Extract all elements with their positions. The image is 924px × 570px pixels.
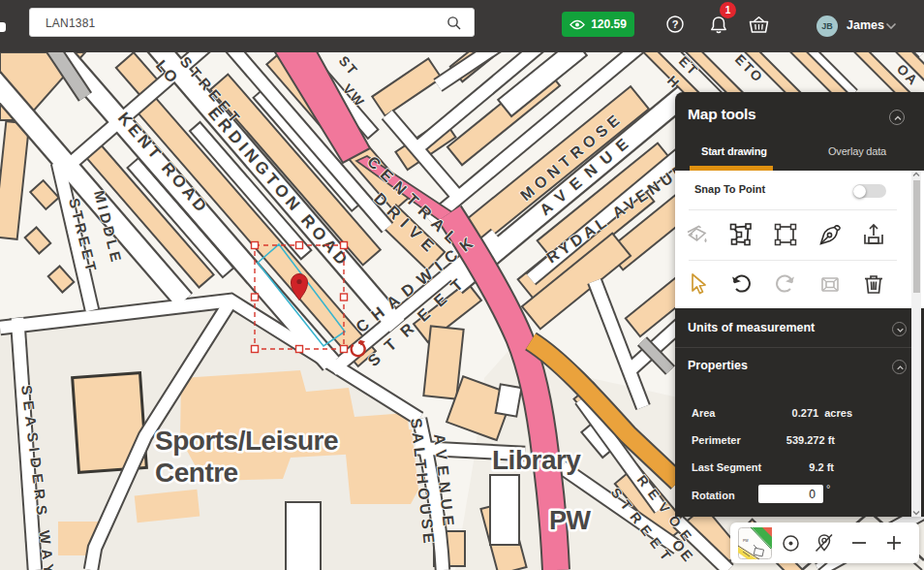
svg-text:PW: PW [549, 506, 592, 535]
svg-text:Library: Library [492, 445, 581, 475]
svg-text:Sports/Leisure: Sports/Leisure [155, 426, 338, 456]
svg-text:Centre: Centre [155, 458, 238, 488]
svg-text:?: ? [672, 18, 679, 30]
svg-text:PW: PW [743, 539, 749, 543]
